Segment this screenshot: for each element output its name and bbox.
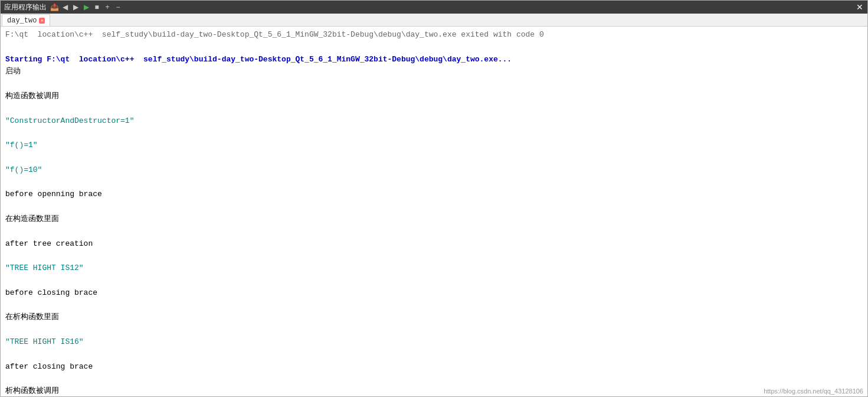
tab-close-btn[interactable]: ✕ xyxy=(39,18,45,24)
output-line-18: after tree creation xyxy=(5,238,863,250)
output-line-27 xyxy=(5,349,863,361)
title-bar-title: 应用程序输出 xyxy=(4,2,47,12)
title-bar-upload-btn[interactable]: 📤 xyxy=(50,3,58,11)
output-line-30: 析构函数被调用 xyxy=(5,385,863,396)
output-line-17 xyxy=(5,226,863,238)
output-line-2 xyxy=(5,41,863,54)
tab-bar: day_two ✕ xyxy=(1,14,867,27)
title-bar-add-btn[interactable]: + xyxy=(103,3,112,11)
title-bar: 应用程序输出 📤 ◀ ▶ ▶ ■ + − ✕ xyxy=(1,1,867,14)
output-line-24: 在析构函数里面 xyxy=(5,311,863,324)
output-line-13 xyxy=(5,177,863,189)
watermark: https://blog.csdn.net/qq_43128106 xyxy=(764,388,863,395)
output-line-22: before closing brace xyxy=(5,287,863,300)
output-line-26: "TREE HIGHT IS16" xyxy=(5,336,863,349)
title-bar-next-btn[interactable]: ▶ xyxy=(71,3,80,11)
output-line-8: "ConstructorAndDestructor=1" xyxy=(5,115,863,128)
output-area[interactable]: F:\qt location\c++ self_study\build-day_… xyxy=(1,27,867,396)
title-bar-stop-btn[interactable]: ■ xyxy=(93,3,101,11)
output-line-3: Starting F:\qt location\c++ self_study\b… xyxy=(5,54,863,66)
output-line-28: after closing brace xyxy=(5,361,863,373)
output-line-9 xyxy=(5,127,863,139)
output-line-1: F:\qt location\c++ self_study\build-day_… xyxy=(5,29,863,41)
output-line-19 xyxy=(5,250,863,262)
title-bar-close-btn[interactable]: ✕ xyxy=(856,3,864,11)
output-line-11 xyxy=(5,152,863,164)
output-line-14: before openning brace xyxy=(5,188,863,201)
output-line-12: "f()=10" xyxy=(5,164,863,177)
output-line-23 xyxy=(5,300,863,312)
tab-label: day_two xyxy=(7,17,37,25)
title-bar-minus-btn[interactable]: − xyxy=(114,3,122,11)
output-line-29 xyxy=(5,373,863,385)
output-line-10: "f()=1" xyxy=(5,139,863,152)
output-line-16: 在构造函数里面 xyxy=(5,213,863,226)
output-line-20: "TREE HIGHT IS12" xyxy=(5,262,863,275)
output-line-5 xyxy=(5,78,863,90)
title-bar-prev-btn[interactable]: ◀ xyxy=(61,3,69,11)
output-line-15 xyxy=(5,201,863,213)
app-window: 应用程序输出 📤 ◀ ▶ ▶ ■ + − ✕ day_two ✕ F:\qt l… xyxy=(0,0,868,397)
output-line-4: 启动 xyxy=(5,66,863,78)
title-bar-controls: 📤 ◀ ▶ ▶ ■ + − xyxy=(50,3,122,11)
output-line-6: 构造函数被调用 xyxy=(5,90,863,103)
output-line-25 xyxy=(5,324,863,336)
output-line-7 xyxy=(5,103,863,115)
output-line-21 xyxy=(5,275,863,287)
title-bar-run-btn[interactable]: ▶ xyxy=(82,3,90,11)
output-tab[interactable]: day_two ✕ xyxy=(2,14,50,26)
title-bar-left: 应用程序输出 📤 ◀ ▶ ▶ ■ + − xyxy=(4,2,122,12)
